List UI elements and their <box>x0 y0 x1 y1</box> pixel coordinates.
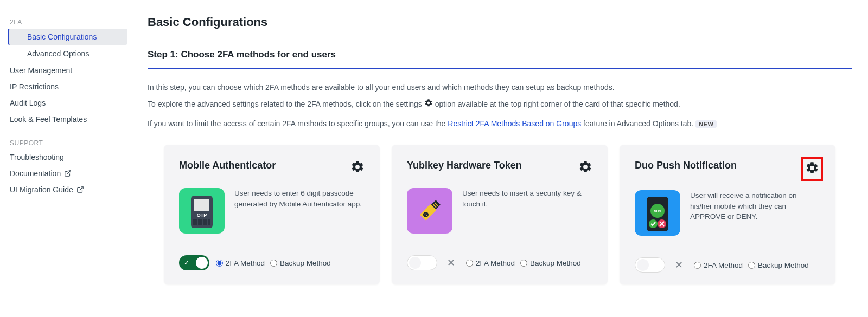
sidebar-item-advanced[interactable]: Advanced Options <box>8 46 127 62</box>
svg-point-21 <box>649 219 658 228</box>
page-title: Basic Configurations <box>148 15 852 36</box>
sidebar-item-migration[interactable]: UI Migration Guide <box>0 182 131 198</box>
radio-label: 2FA Method <box>476 259 515 267</box>
radio-2fa-method[interactable]: 2FA Method <box>466 259 515 267</box>
svg-line-1 <box>80 187 83 190</box>
card-title: Yubikey Hardware Token <box>407 160 522 171</box>
method-cards: Mobile AuthenticatorOTPUser needs to ent… <box>148 145 852 284</box>
gear-icon <box>578 166 592 176</box>
svg-rect-9 <box>208 219 210 225</box>
radio-label: Backup Method <box>280 259 331 267</box>
gear-icon <box>805 167 819 177</box>
gear-icon <box>424 99 433 111</box>
method-icon: Y <box>407 188 452 234</box>
svg-rect-6 <box>193 219 197 225</box>
svg-text:OTP: OTP <box>197 212 207 218</box>
radio-backup-method[interactable]: Backup Method <box>520 259 581 267</box>
card-title: Mobile Authenticator <box>179 160 276 171</box>
enable-toggle[interactable] <box>407 255 437 270</box>
sidebar: 2FA Basic Configurations Advanced Option… <box>0 0 131 317</box>
main-content: Basic Configurations Step 1: Choose 2FA … <box>131 0 868 317</box>
radio-label: Backup Method <box>758 261 809 269</box>
sidebar-item-label: Documentation <box>10 169 61 178</box>
radio-label: 2FA Method <box>226 259 265 267</box>
external-link-icon <box>76 186 84 193</box>
card-title: Duo Push Notification <box>635 160 737 171</box>
card-description: User will receive a notification on his/… <box>690 190 820 236</box>
enable-toggle[interactable] <box>635 257 665 273</box>
sidebar-item-troubleshoot[interactable]: Troubleshooting <box>0 149 131 165</box>
sidebar-item-user-mgmt[interactable]: User Management <box>0 62 131 79</box>
svg-text:DUO: DUO <box>654 210 661 213</box>
svg-line-0 <box>67 171 71 174</box>
card-settings-button[interactable] <box>350 160 365 176</box>
method-card: Yubikey Hardware TokenYUser needs to ins… <box>392 145 608 284</box>
sidebar-item-docs[interactable]: Documentation <box>0 165 131 182</box>
sidebar-item-lookfeel[interactable]: Look & Feel Templates <box>0 111 131 127</box>
sidebar-item-ip-restrict[interactable]: IP Restrictions <box>0 79 131 95</box>
close-icon: ✕ <box>675 259 683 271</box>
svg-rect-7 <box>198 219 202 225</box>
sidebar-item-basic-config[interactable]: Basic Configurations <box>8 29 127 45</box>
method-icon: DUO <box>635 190 680 236</box>
card-description: User needs to enter 6 digit passcode gen… <box>234 188 365 234</box>
method-card: Mobile AuthenticatorOTPUser needs to ent… <box>164 145 380 284</box>
description-line-3: If you want to limit the access of certa… <box>148 118 852 130</box>
sidebar-section-2fa: 2FA <box>0 16 131 28</box>
card-settings-button[interactable] <box>578 160 592 176</box>
radio-2fa-method[interactable]: 2FA Method <box>694 261 743 269</box>
restrict-groups-link[interactable]: Restrict 2FA Methods Based on Groups <box>448 119 581 128</box>
method-icon: OTP <box>179 188 225 234</box>
radio-backup-method[interactable]: Backup Method <box>270 259 331 267</box>
step-title: Step 1: Choose 2FA methods for end users <box>148 49 852 69</box>
gear-icon <box>350 166 365 176</box>
sidebar-item-label: UI Migration Guide <box>10 185 73 194</box>
svg-rect-8 <box>203 219 207 225</box>
close-icon: ✕ <box>447 257 455 269</box>
method-card: Duo Push NotificationDUOUser will receiv… <box>620 145 835 284</box>
sidebar-item-audit[interactable]: Audit Logs <box>0 95 131 111</box>
radio-backup-method[interactable]: Backup Method <box>748 261 809 269</box>
enable-toggle[interactable]: ✓ <box>179 255 209 270</box>
new-badge: NEW <box>695 120 717 128</box>
radio-2fa-method[interactable]: 2FA Method <box>216 259 265 267</box>
description-line-2: To explore the advanced settings related… <box>148 99 852 111</box>
check-icon: ✓ <box>184 259 189 267</box>
radio-label: 2FA Method <box>704 261 743 269</box>
description-line-1: In this step, you can choose which 2FA m… <box>148 82 852 93</box>
svg-rect-4 <box>194 199 209 211</box>
radio-label: Backup Method <box>530 259 581 267</box>
card-description: User needs to insert a security key & to… <box>462 188 592 234</box>
sidebar-section-support: SUPPORT <box>0 137 131 149</box>
external-link-icon <box>64 170 72 177</box>
card-settings-button[interactable] <box>804 160 820 178</box>
